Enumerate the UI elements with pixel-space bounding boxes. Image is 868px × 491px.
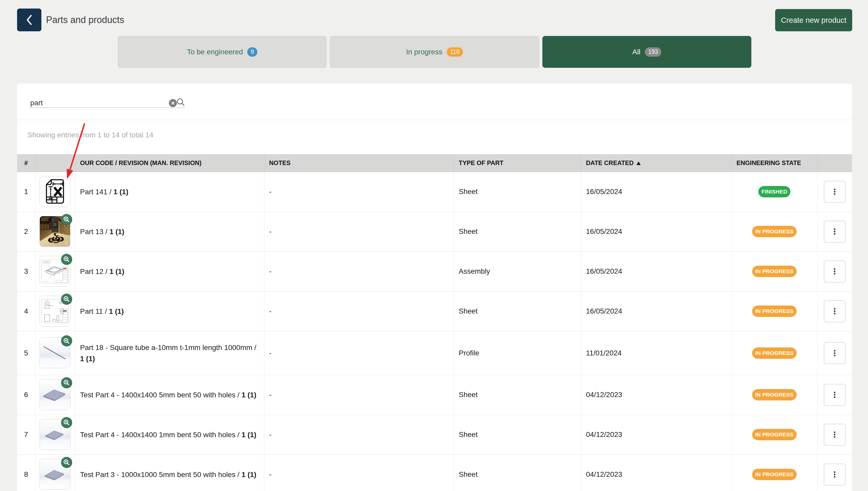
part-notes: - bbox=[264, 375, 454, 415]
part-revision: 1 (1) bbox=[242, 391, 257, 399]
part-date-created: 16/05/2024 bbox=[581, 212, 731, 252]
entries-summary: Showing entries from 1 to 14 of total 14 bbox=[27, 131, 153, 139]
status-badge: FINISHED bbox=[758, 186, 790, 197]
part-code: Test Part 4 - 1400x1400 5mm bent 50 with… bbox=[80, 391, 240, 399]
zoom-in-icon[interactable] bbox=[61, 457, 72, 468]
tab-to-be-engineered[interactable]: To be engineered 9 bbox=[118, 36, 327, 68]
kebab-menu-icon bbox=[834, 476, 835, 478]
row-number: 1 bbox=[17, 172, 35, 212]
tab-in-progress[interactable]: In progress 110 bbox=[330, 36, 539, 68]
zoom-in-icon[interactable] bbox=[61, 377, 72, 388]
status-badge: IN PROGRESS bbox=[752, 306, 797, 317]
row-actions-button[interactable] bbox=[824, 221, 845, 243]
table-row[interactable]: 5 Part 18 - Square tube a-10mm t-1mm len… bbox=[17, 331, 852, 375]
row-number: 3 bbox=[17, 252, 35, 291]
part-notes: - bbox=[264, 455, 454, 491]
row-actions-button[interactable] bbox=[824, 464, 845, 486]
column-header-code: OUR CODE / REVISION (MAN. REVISION) bbox=[75, 154, 264, 172]
clear-search-button[interactable] bbox=[169, 99, 177, 107]
part-type: Sheet bbox=[454, 375, 581, 415]
table-row[interactable]: 4 Part 11 / 1 (1) - Sheet 16/05/2024 bbox=[17, 291, 852, 331]
part-revision: 1 (1) bbox=[242, 470, 257, 479]
part-thumbnail[interactable] bbox=[39, 176, 70, 207]
part-code: Part 18 - Square tube a-10mm t-1mm lengt… bbox=[80, 344, 257, 352]
status-badge: IN PROGRESS bbox=[752, 469, 797, 480]
table-row[interactable]: 6 Test Part 4 - 1400x1400 5mm bent 50 wi… bbox=[17, 375, 852, 415]
part-revision: 1 (1) bbox=[114, 188, 128, 196]
table-row[interactable]: 2 Part 13 / 1 (1) - Sheet 16/05/2024 bbox=[17, 212, 852, 252]
kebab-menu-icon bbox=[834, 233, 835, 235]
row-number: 5 bbox=[17, 331, 35, 375]
kebab-menu-icon bbox=[834, 189, 835, 190]
tab-label: All bbox=[632, 48, 640, 56]
zoom-in-icon[interactable] bbox=[61, 294, 72, 305]
kebab-menu-icon bbox=[834, 392, 835, 393]
column-header-date-created[interactable]: DATE CREATED bbox=[581, 154, 731, 172]
part-date-created: 11/01/2024 bbox=[581, 331, 731, 375]
part-type: Sheet bbox=[454, 291, 581, 331]
part-code: Part 13 / bbox=[80, 228, 108, 236]
kebab-menu-icon bbox=[834, 273, 835, 275]
search-button[interactable] bbox=[176, 97, 185, 106]
tab-count-badge: 193 bbox=[645, 47, 661, 57]
part-date-created: 04/12/2023 bbox=[581, 375, 731, 415]
create-new-product-button[interactable]: Create new product bbox=[775, 9, 852, 31]
table-row[interactable]: 7 Test Part 4 - 1400x1400 1mm bent 50 wi… bbox=[17, 415, 852, 455]
kebab-menu-icon bbox=[834, 270, 835, 272]
row-actions-button[interactable] bbox=[824, 342, 845, 364]
tab-count-badge: 9 bbox=[247, 47, 257, 57]
tab-label: To be engineered bbox=[187, 48, 243, 56]
row-actions-button[interactable] bbox=[824, 260, 845, 283]
part-date-created: 16/05/2024 bbox=[581, 172, 731, 212]
part-notes: - bbox=[264, 291, 454, 331]
zoom-in-icon[interactable] bbox=[61, 417, 72, 428]
kebab-menu-icon bbox=[834, 436, 835, 438]
column-header-actions bbox=[817, 154, 852, 172]
part-date-created: 16/05/2024 bbox=[581, 252, 731, 291]
part-type: Assembly bbox=[454, 252, 581, 291]
kebab-menu-icon bbox=[834, 191, 835, 193]
kebab-menu-icon bbox=[834, 396, 835, 398]
part-type: Sheet bbox=[454, 212, 581, 252]
part-notes: - bbox=[264, 415, 454, 455]
clear-icon bbox=[171, 101, 175, 105]
table-body: 1 Part 141 / 1 (1) - Sheet 16/05/2024 bbox=[17, 172, 852, 491]
table-header-row: # OUR CODE / REVISION (MAN. REVISION) NO… bbox=[17, 154, 852, 172]
status-badge: IN PROGRESS bbox=[752, 429, 797, 440]
search-input[interactable] bbox=[30, 98, 165, 108]
column-header-index: # bbox=[17, 154, 35, 172]
part-revision: 1 (1) bbox=[110, 267, 124, 276]
row-actions-button[interactable] bbox=[824, 424, 845, 446]
part-notes: - bbox=[264, 212, 454, 252]
row-actions-button[interactable] bbox=[824, 300, 845, 322]
part-code: Part 11 / bbox=[80, 307, 107, 315]
kebab-menu-icon bbox=[834, 193, 835, 195]
column-header-engineering-state: ENGINEERING STATE bbox=[731, 154, 817, 172]
part-notes: - bbox=[264, 252, 454, 291]
parts-table: # OUR CODE / REVISION (MAN. REVISION) NO… bbox=[17, 154, 852, 491]
kebab-menu-icon bbox=[834, 311, 835, 312]
part-notes: - bbox=[264, 331, 454, 375]
part-revision: 1 (1) bbox=[242, 431, 257, 439]
row-number: 7 bbox=[17, 415, 35, 455]
part-code: Test Part 3 - 1000x1000 5mm bent 50 with… bbox=[80, 470, 240, 479]
row-actions-button[interactable] bbox=[824, 384, 845, 406]
part-date-created: 04/12/2023 bbox=[581, 415, 731, 455]
kebab-menu-icon bbox=[834, 268, 835, 270]
kebab-menu-icon bbox=[834, 471, 835, 473]
search-icon bbox=[176, 97, 185, 106]
zoom-in-icon[interactable] bbox=[61, 254, 72, 265]
divider bbox=[17, 120, 852, 120]
table-row[interactable]: 8 Test Part 3 - 1000x1000 5mm bent 50 wi… bbox=[17, 455, 852, 491]
back-button[interactable] bbox=[17, 8, 41, 31]
part-date-created: 16/05/2024 bbox=[581, 291, 731, 331]
row-actions-button[interactable] bbox=[824, 181, 845, 203]
tab-all[interactable]: All 193 bbox=[542, 36, 751, 68]
part-notes: - bbox=[264, 172, 454, 212]
kebab-menu-icon bbox=[834, 313, 835, 314]
row-number: 8 bbox=[17, 455, 35, 491]
table-row[interactable]: 1 Part 141 / 1 (1) - Sheet 16/05/2024 bbox=[17, 172, 852, 212]
table-row[interactable]: 3 Part 12 / 1 (1) - Assembly 16/05/2024 bbox=[17, 252, 852, 291]
zoom-in-icon[interactable] bbox=[61, 214, 72, 225]
zoom-in-icon[interactable] bbox=[61, 335, 72, 346]
